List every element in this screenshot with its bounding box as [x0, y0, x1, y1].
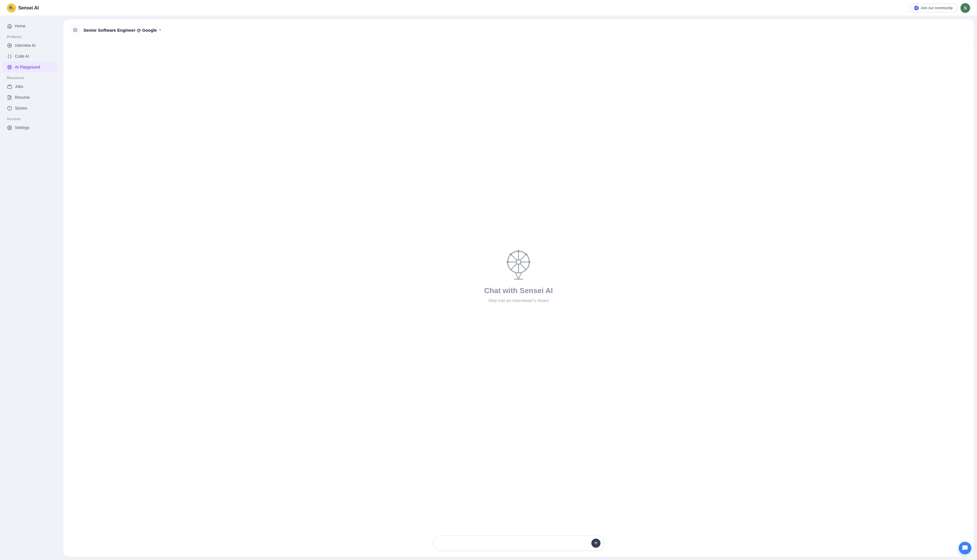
- role-selector-text: Senior Software Engineer @ Google: [84, 28, 157, 33]
- sidebar-item-interview-ai-label: Interview AI: [15, 43, 35, 48]
- svg-rect-4: [7, 85, 12, 88]
- sidebar-item-interview-ai[interactable]: Interview AI: [2, 40, 58, 50]
- logo-text: Sensei AI: [18, 5, 38, 10]
- chat-subtitle: Step into an interviewer's shoes: [488, 298, 549, 303]
- main-card: Senior Software Engineer @ Google ▾: [64, 19, 974, 557]
- svg-point-20: [507, 261, 509, 263]
- logo-icon: 🎭: [7, 3, 16, 13]
- sidebar-item-home-label: Home: [15, 24, 25, 28]
- role-selector[interactable]: Senior Software Engineer @ Google ▾: [84, 28, 161, 33]
- jobs-icon: [7, 84, 12, 89]
- logo[interactable]: 🎭 Sensei AI: [7, 3, 38, 13]
- join-community-label: Join our community: [920, 6, 953, 10]
- resources-section-label: Resources: [0, 72, 60, 81]
- header: 🎭 Sensei AI d Join our community S: [0, 0, 977, 16]
- chat-widget-icon: [962, 545, 968, 551]
- sidebar: Home Products Interview AI Code AI: [0, 16, 60, 560]
- center-content: Chat with Sensei AI Step into an intervi…: [64, 41, 974, 531]
- gear-icon: [73, 28, 77, 32]
- sidebar-item-jobs-label: Jobs: [15, 84, 23, 89]
- interview-ai-icon: [7, 43, 12, 48]
- account-section-label: Account: [0, 113, 60, 122]
- sidebar-item-code-ai-label: Code AI: [15, 54, 29, 58]
- ferris-wheel-icon: [501, 246, 535, 280]
- ai-playground-icon: [7, 65, 12, 70]
- code-ai-icon: [7, 54, 12, 59]
- sidebar-item-jobs[interactable]: Jobs: [2, 81, 58, 92]
- discord-icon: d: [914, 6, 919, 10]
- avatar[interactable]: S: [960, 3, 970, 13]
- settings-icon: [7, 125, 12, 130]
- products-section-label: Products: [0, 32, 60, 40]
- svg-line-16: [511, 264, 517, 270]
- svg-point-6: [75, 29, 76, 30]
- sidebar-item-resume[interactable]: Resume: [2, 92, 58, 102]
- join-community-button[interactable]: d Join our community: [910, 3, 957, 13]
- card-header: Senior Software Engineer @ Google ▾: [64, 19, 974, 41]
- gear-button[interactable]: [70, 25, 80, 35]
- header-right: d Join our community S: [910, 3, 970, 13]
- svg-line-14: [520, 264, 526, 270]
- svg-point-19: [525, 253, 527, 255]
- input-area: [64, 531, 974, 557]
- svg-point-17: [517, 250, 520, 252]
- sidebar-item-settings-label: Settings: [15, 125, 29, 130]
- send-button[interactable]: [591, 538, 601, 548]
- main-content: Senior Software Engineer @ Google ▾: [60, 16, 977, 560]
- svg-point-18: [510, 253, 512, 255]
- svg-line-13: [511, 254, 517, 260]
- svg-point-5: [9, 127, 10, 128]
- chat-title: Chat with Sensei AI: [484, 286, 553, 295]
- sidebar-item-code-ai[interactable]: Code AI: [2, 51, 58, 62]
- sidebar-item-stories[interactable]: Stories: [2, 103, 58, 113]
- chat-input[interactable]: [439, 541, 591, 545]
- sidebar-item-resume-label: Resume: [15, 95, 30, 100]
- chat-widget-button[interactable]: [959, 542, 971, 554]
- stories-icon: [7, 106, 12, 111]
- svg-line-15: [520, 254, 526, 260]
- sidebar-item-home[interactable]: Home: [2, 21, 58, 31]
- sidebar-item-stories-label: Stories: [15, 106, 27, 110]
- layout: Home Products Interview AI Code AI: [0, 16, 977, 560]
- chat-input-wrapper: [433, 535, 604, 551]
- sidebar-item-ai-playground[interactable]: AI Playground: [2, 62, 58, 72]
- send-icon: [594, 541, 598, 545]
- svg-point-21: [528, 261, 530, 263]
- home-icon: [7, 23, 12, 28]
- resume-icon: [7, 95, 12, 100]
- svg-point-8: [516, 260, 521, 264]
- chevron-down-icon: ▾: [159, 28, 161, 32]
- sidebar-item-settings[interactable]: Settings: [2, 122, 58, 133]
- sidebar-item-ai-playground-label: AI Playground: [15, 65, 40, 69]
